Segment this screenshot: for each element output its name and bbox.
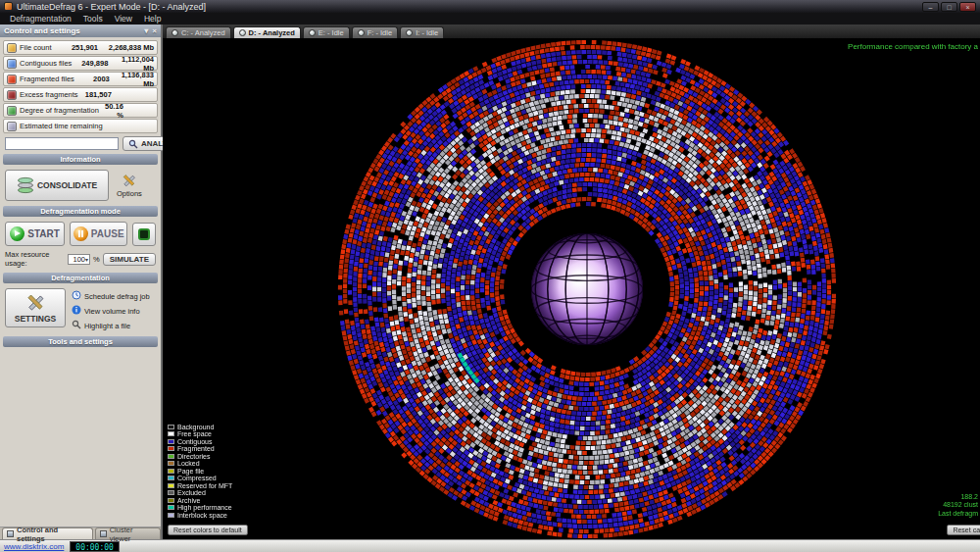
legend-swatch[interactable] — [168, 425, 174, 429]
legend-swatch[interactable] — [168, 469, 174, 474]
drive-tab-i[interactable]: I: - Idle — [400, 26, 444, 38]
main-area: C: - AnalyzedD: - AnalyzedE: - IdleF: - … — [163, 25, 980, 539]
disk-info-line: Last defragm — [938, 510, 978, 519]
menu-defragmentation[interactable]: Defragmentation — [4, 14, 77, 24]
close-button[interactable]: × — [959, 2, 976, 12]
tools-row: SETTINGS Schedule defrag jobView volume … — [3, 285, 158, 334]
tool-link-view-volume-info[interactable]: View volume info — [72, 305, 150, 317]
menu-bar: Defragmentation Tools View Help — [0, 13, 980, 25]
legend-label: Interblock space — [177, 512, 227, 519]
legend-swatch[interactable] — [168, 461, 174, 466]
app-window: UltimateDefrag 6 - Expert Mode - [D: - A… — [0, 0, 980, 552]
tool-link-highlight-a-file[interactable]: Highlight a file — [72, 320, 150, 331]
legend-label: Fragmented — [177, 445, 215, 452]
drive-tab-e[interactable]: E: - Idle — [303, 26, 350, 38]
panel-header: Control and settings ▾ × — [0, 25, 161, 37]
maximize-button[interactable]: □ — [941, 2, 957, 12]
start-button-label: START — [27, 228, 60, 239]
legend-swatch[interactable] — [168, 513, 174, 518]
legend-item-free-space: Free space — [168, 430, 232, 438]
legend-item-contiguous: Contiguous — [168, 438, 232, 446]
legend-item-fragmented: Fragmented — [168, 445, 232, 453]
legend-swatch[interactable] — [168, 439, 174, 444]
panel-bottom-tabs: Control and settingsCluster viewer — [0, 527, 161, 539]
legend-swatch[interactable] — [168, 431, 174, 436]
panel-header-title: Control and settings — [4, 26, 80, 35]
play-icon — [10, 226, 24, 241]
tools-icon — [122, 174, 136, 188]
performance-text: Performance compared with factory a — [848, 42, 978, 51]
stat-label: Fragmented files — [20, 75, 74, 83]
app-icon — [4, 2, 13, 11]
simulate-button[interactable]: SIMULATE — [103, 253, 156, 266]
panel-tab-icon — [7, 530, 14, 537]
panel-tab-label: Cluster viewer — [110, 526, 156, 543]
legend-swatch[interactable] — [168, 446, 174, 451]
time-remaining-field[interactable] — [5, 137, 119, 150]
legend-item-compressed: Compressed — [168, 475, 232, 482]
max-resource-value: 100 — [70, 255, 85, 264]
drive-tab-strip: C: - AnalyzedD: - AnalyzedE: - IdleF: - … — [163, 25, 980, 38]
fragmented-files-icon — [7, 75, 17, 84]
consolidate-button[interactable]: CONSOLIDATE — [5, 170, 109, 201]
tool-links: Schedule defrag jobView volume infoHighl… — [72, 288, 150, 331]
website-link[interactable]: www.disktrix.com — [4, 542, 64, 551]
panel-close-icon[interactable]: × — [152, 26, 157, 35]
legend-label: Locked — [177, 460, 200, 467]
drive-tab-c[interactable]: C: - Analyzed — [166, 26, 231, 38]
legend-label: High performance — [177, 504, 232, 511]
minimize-button[interactable]: – — [922, 2, 939, 12]
tool-link-schedule-defrag-job[interactable]: Schedule defrag job — [72, 290, 150, 302]
drive-icon — [406, 29, 413, 36]
stat-label: Excess fragments — [20, 90, 78, 99]
panel-tab-cluster-viewer[interactable]: Cluster viewer — [95, 527, 161, 539]
legend-label: Directories — [177, 453, 210, 460]
panel-tab-control-and-settings[interactable]: Control and settings — [2, 527, 93, 539]
stat-count: 2003 — [77, 75, 110, 83]
reset-colors-button[interactable]: Reset colors to default — [168, 525, 248, 535]
stat-row-degree-of-fragmentation: Degree of fragmentation50.16 % — [3, 103, 158, 118]
stat-row-contiguous-files: Contiguous files249,8981,112,004 Mb — [3, 56, 158, 71]
legend-label: Free space — [177, 430, 212, 437]
drive-tab-d[interactable]: D: - Analyzed — [233, 26, 301, 38]
legend-swatch[interactable] — [168, 505, 174, 510]
legend-label: Page file — [177, 468, 204, 475]
max-resource-dropdown[interactable]: 100 ▾ — [68, 254, 90, 265]
legend-label: Excluded — [177, 489, 206, 496]
stop-button[interactable] — [132, 223, 156, 246]
panel-collapse-icon[interactable]: ▾ — [144, 26, 148, 35]
disk-canvas[interactable] — [163, 38, 980, 539]
control-panel: Control and settings ▾ × File count251,9… — [0, 25, 163, 539]
legend-label: Background — [177, 424, 214, 430]
pause-button[interactable]: PAUSE — [70, 222, 127, 246]
legend-swatch[interactable] — [168, 498, 174, 503]
reset-camera-button[interactable]: Reset camera — [947, 525, 980, 535]
drive-icon — [309, 29, 316, 36]
legend-label: Compressed — [177, 475, 217, 481]
analyze-row: ANALYZE — [3, 136, 158, 151]
window-controls: – □ × — [922, 2, 976, 12]
disk-stack-icon — [17, 176, 34, 194]
legend-item-directories: Directories — [168, 453, 232, 461]
options-button[interactable]: Options — [117, 174, 142, 198]
stat-row-fragmented-files: Fragmented files20031,136,833 Mb — [3, 72, 158, 86]
menu-tools[interactable]: Tools — [77, 14, 109, 24]
excess-fragments-icon — [7, 90, 17, 100]
drive-tab-f[interactable]: F: - Idle — [352, 26, 398, 38]
disk-visualization: Performance compared with factory a Back… — [163, 38, 980, 539]
drive-tab-label: C: - Analyzed — [181, 28, 225, 37]
legend-swatch[interactable] — [168, 476, 174, 480]
max-resource-label: Max resource usage: — [5, 250, 65, 268]
legend-swatch[interactable] — [168, 483, 174, 488]
tool-link-label: View volume info — [84, 307, 140, 316]
settings-button[interactable]: SETTINGS — [5, 288, 66, 327]
stop-icon — [138, 228, 150, 240]
menu-view[interactable]: View — [109, 14, 138, 24]
legend-swatch[interactable] — [168, 490, 174, 495]
drive-tab-label: I: - Idle — [416, 28, 438, 37]
time-remaining-icon — [7, 122, 17, 131]
legend-swatch[interactable] — [168, 454, 174, 459]
menu-help[interactable]: Help — [138, 14, 167, 24]
start-button[interactable]: START — [5, 222, 65, 246]
drive-tab-label: F: - Idle — [368, 28, 392, 37]
